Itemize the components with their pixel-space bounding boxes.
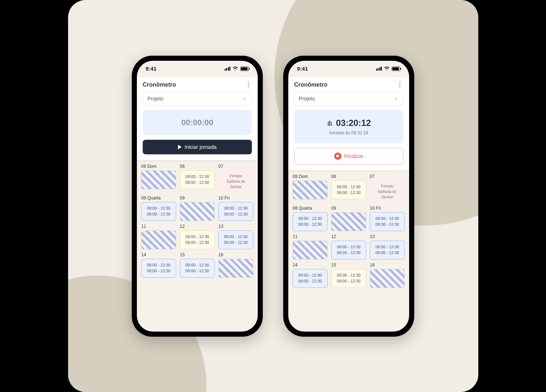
day-line: 08:00 - 12:30 bbox=[182, 268, 212, 274]
wifi-icon bbox=[233, 67, 238, 71]
day-cell[interactable]: 09 bbox=[180, 195, 215, 221]
day-cell[interactable]: 11 bbox=[141, 224, 176, 249]
day-label: 14 bbox=[141, 252, 176, 257]
day-label: 08 Quarta bbox=[293, 206, 328, 211]
day-cell[interactable]: 1308:00 - 12:3008:00 - 12:30 bbox=[370, 234, 405, 260]
play-icon bbox=[178, 145, 182, 149]
day-cell[interactable]: 1208:00 - 12:3008:00 - 12:30 bbox=[180, 224, 215, 249]
screen-right: 9:41 Cronômetro Projeto bbox=[288, 61, 409, 332]
page-title: Cronômetro bbox=[143, 82, 176, 88]
day-cell[interactable]: 08 Quarta08:00 - 12:3008:00 - 12:30 bbox=[141, 195, 176, 221]
day-box: 08:00 - 12:3008:00 - 12:30 bbox=[141, 259, 176, 278]
day-box: 08:00 - 12:3008:00 - 12:30 bbox=[218, 230, 253, 249]
day-label: 15 bbox=[331, 262, 366, 268]
day-label: 08 Quarta bbox=[141, 195, 176, 201]
day-cell[interactable]: 1308:00 - 12:3008:00 - 12:30 bbox=[218, 224, 253, 249]
day-line: 08:00 - 12:30 bbox=[334, 272, 364, 278]
status-bar: 9:41 bbox=[288, 61, 409, 77]
day-label: 16 bbox=[370, 262, 405, 268]
day-box bbox=[141, 230, 176, 249]
status-icons bbox=[376, 67, 401, 71]
day-label: 11 bbox=[293, 234, 328, 239]
day-box: 08:00 - 12:3008:00 - 12:30 bbox=[141, 202, 176, 221]
day-line: 08:00 - 12:30 bbox=[295, 221, 325, 227]
day-line: 08:00 - 12:30 bbox=[295, 272, 325, 278]
stop-button-label: Finalizar bbox=[344, 153, 364, 159]
project-select[interactable]: Projeto bbox=[143, 92, 252, 106]
day-cell[interactable]: 16 bbox=[370, 262, 405, 288]
battery-icon bbox=[392, 67, 400, 71]
day-box: FeriadoEpifania do Senhor bbox=[218, 170, 253, 193]
day-cell[interactable]: 10 Fri08:00 - 12:3008:00 - 12:30 bbox=[218, 195, 253, 221]
day-cell[interactable]: 11 bbox=[293, 234, 328, 260]
day-box bbox=[293, 181, 328, 199]
day-cell[interactable]: 1508:00 - 12:3008:00 - 12:30 bbox=[331, 262, 366, 288]
timer-card: Cronômetro Projeto 00:00:00 Iniciar jorn… bbox=[137, 77, 258, 160]
day-line: Epifania do Senhor bbox=[221, 179, 251, 190]
day-line: 08:00 - 12:30 bbox=[295, 278, 325, 284]
day-box: 08:00 - 12:3008:00 - 12:30 bbox=[293, 212, 328, 231]
day-label: 11 bbox=[141, 224, 176, 229]
day-line: Epifania do Senhor bbox=[372, 189, 403, 200]
day-cell[interactable]: 07FeriadoEpifania do Senhor bbox=[218, 164, 253, 193]
day-cell[interactable]: 1508:00 - 12:3008:00 - 12:30 bbox=[180, 252, 215, 278]
day-cell[interactable]: 1208:00 - 12:3008:00 - 12:30 bbox=[331, 234, 366, 260]
day-cell[interactable]: 1408:00 - 12:3008:00 - 12:30 bbox=[141, 252, 176, 278]
day-cell[interactable]: 09 Dom bbox=[293, 174, 328, 203]
day-line: 08:00 - 12:30 bbox=[182, 174, 212, 180]
day-line: 08:00 - 12:30 bbox=[334, 184, 364, 190]
day-box: 08:00 - 12:3008:00 - 12:30 bbox=[370, 212, 405, 231]
day-label: 12 bbox=[180, 224, 215, 229]
day-cell[interactable]: 09 bbox=[331, 206, 366, 231]
day-line: 08:00 - 12:30 bbox=[372, 221, 402, 227]
day-cell[interactable]: 09 Dom bbox=[141, 164, 176, 193]
day-cell[interactable]: 16 bbox=[218, 252, 253, 278]
chevron-down-icon bbox=[242, 96, 247, 101]
day-label: 09 Dom bbox=[293, 174, 328, 179]
day-line: 08:00 - 12:30 bbox=[372, 250, 402, 256]
day-label: 10 Fri bbox=[218, 195, 253, 201]
day-box: 08:00 - 12:3008:00 - 12:30 bbox=[293, 269, 328, 288]
day-cell[interactable]: 10 Fri08:00 - 12:3008:00 - 12:30 bbox=[370, 206, 405, 231]
day-label: 09 bbox=[331, 206, 366, 211]
signal-icon bbox=[376, 67, 382, 71]
timer-sub: Iniciado às 08:32:18 bbox=[298, 130, 400, 135]
day-box bbox=[293, 241, 328, 260]
day-line: 08:00 - 12:30 bbox=[295, 215, 325, 222]
phone-left: 9:41 Cronômetro Projeto 00:00:00 bbox=[132, 56, 263, 337]
day-cell[interactable]: 08 Quarta08:00 - 12:3008:00 - 12:30 bbox=[293, 206, 328, 231]
day-cell[interactable]: 0608:00 - 12:3008:00 - 12:30 bbox=[180, 164, 215, 193]
day-cell[interactable]: 07FeriadoEpifania do Senhor bbox=[370, 174, 405, 203]
day-cell[interactable]: 1408:00 - 12:3008:00 - 12:30 bbox=[293, 262, 328, 288]
more-menu-button[interactable] bbox=[245, 82, 252, 87]
day-cell[interactable]: 0608:00 - 12:3008:00 - 12:30 bbox=[331, 174, 366, 203]
project-select[interactable]: Projeto bbox=[294, 92, 403, 106]
start-button-label: Iniciar jornada bbox=[185, 144, 217, 150]
day-line: 08:00 - 12:30 bbox=[372, 244, 402, 250]
day-label: 10 Fri bbox=[370, 206, 405, 211]
day-label: 09 Dom bbox=[141, 164, 176, 169]
stop-icon bbox=[334, 153, 341, 160]
day-label: 15 bbox=[180, 252, 215, 257]
start-button[interactable]: Iniciar jornada bbox=[143, 140, 252, 154]
more-menu-button[interactable] bbox=[396, 82, 403, 87]
status-icons bbox=[225, 67, 249, 71]
day-line: 08:00 - 12:30 bbox=[144, 205, 174, 211]
day-line: 08:00 - 12:30 bbox=[144, 211, 174, 217]
wifi-icon bbox=[384, 67, 389, 71]
day-line: 08:00 - 12:30 bbox=[372, 215, 402, 222]
stop-button[interactable]: Finalizar bbox=[294, 148, 403, 165]
timer-display: 03:20:12 Iniciado às 08:32:18 bbox=[294, 110, 403, 143]
timer-card: Cronômetro Projeto 03:20:12 Iniciado às … bbox=[288, 77, 409, 170]
day-line: 08:00 - 12:30 bbox=[221, 211, 251, 217]
timer-display: 00:00:00 bbox=[143, 110, 252, 135]
timer-value: 00:00:00 bbox=[146, 118, 248, 127]
day-line: 08:00 - 12:30 bbox=[144, 268, 174, 274]
day-label: 13 bbox=[370, 234, 405, 239]
day-line: 08:00 - 12:30 bbox=[221, 205, 251, 211]
day-box bbox=[141, 170, 176, 189]
phone-right: 9:41 Cronômetro Projeto bbox=[283, 56, 414, 337]
status-time: 9:41 bbox=[297, 66, 308, 72]
day-label: 16 bbox=[218, 252, 253, 257]
day-label: 07 bbox=[218, 164, 253, 169]
